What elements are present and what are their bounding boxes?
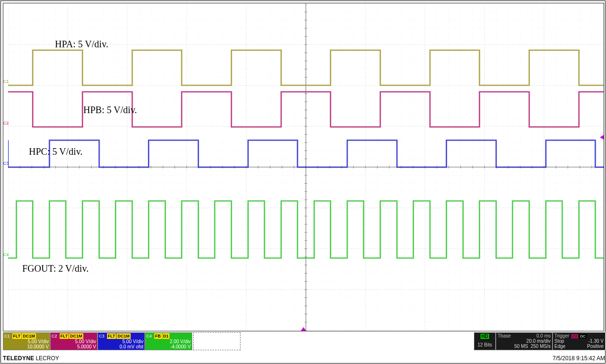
trigger-position-indicator <box>300 327 307 331</box>
channel-box-c2[interactable]: C2 FLTDC1M 5.00 V/div5.0000 V <box>50 332 98 350</box>
trigger-level-indicator <box>600 134 604 140</box>
brand-logo: TELEDYNE <box>3 355 34 362</box>
timestamp: 7/5/2018 9:15:42 AM <box>553 355 605 362</box>
window: C1 C2 C3 C4 HPA: 5 V/div. HPB: 5 V/div. … <box>0 0 606 364</box>
annotation-hpa: HPA: 5 V/div. <box>55 39 108 50</box>
hd-box[interactable]: HD 12 Bits <box>474 332 496 350</box>
trigger-box[interactable]: Trigger C2DC Stop-1.30 V EdgePositive <box>553 332 606 350</box>
right-boxes: Tbase0.0 ms 20.0 ms/div 50 MS 250 MS/s T… <box>496 332 606 350</box>
channel-box-c1[interactable]: C1 FLTDC1M 5.00 V/div10.0000 V <box>3 332 50 350</box>
footer: TELEDYNE LECROY 7/5/2018 9:15:42 AM <box>3 355 605 362</box>
info-bar: C1 FLTDC1M 5.00 V/div10.0000 V C2 FLTDC1… <box>3 332 606 351</box>
timebase-box[interactable]: Tbase0.0 ms 20.0 ms/div 50 MS 250 MS/s <box>496 332 553 350</box>
waveform-plot <box>8 4 604 330</box>
annotation-fgout: FGOUT: 2 V/div. <box>22 263 89 274</box>
empty-slot[interactable] <box>193 332 241 350</box>
channel-box-c3[interactable]: C3 FLTDC1M 5.00 V/div0.0 mV ofst <box>98 332 145 350</box>
brand-sub: LECROY <box>36 355 59 362</box>
channel-box-c4[interactable]: C4 FBD1 2.00 V/div-4.0000 V <box>145 332 192 350</box>
annotation-hpb: HPB: 5 V/div. <box>83 105 137 115</box>
annotation-hpc: HPC: 5 V/div. <box>29 146 82 157</box>
plot-area: C1 C2 C3 C4 HPA: 5 V/div. HPB: 5 V/div. … <box>3 3 604 331</box>
